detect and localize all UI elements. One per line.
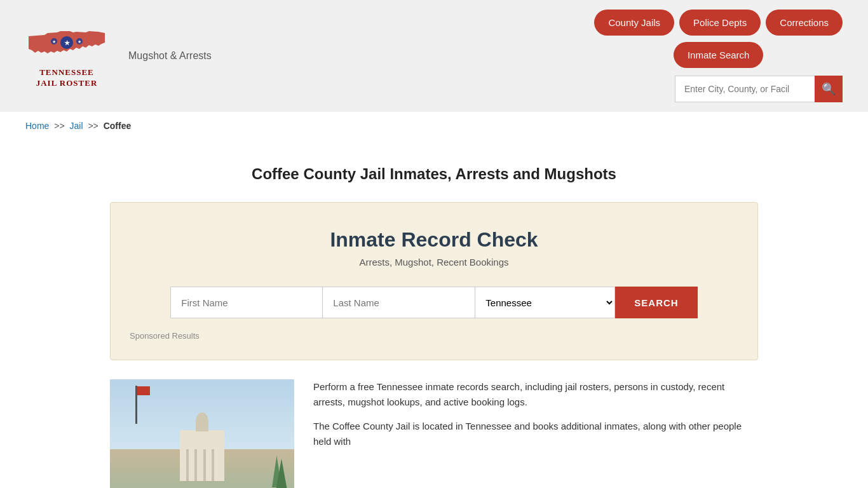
header-search-area: 🔍	[675, 76, 843, 102]
police-depts-button[interactable]: Police Depts	[679, 10, 761, 36]
county-building-image	[110, 379, 294, 488]
nav-area: County Jails Police Depts Corrections In…	[594, 10, 843, 68]
tn-state-icon: ★ ★ ★	[25, 24, 108, 65]
nav-row-2: Inmate Search	[674, 42, 764, 68]
logo-line2: JAIL ROSTER	[36, 78, 98, 89]
breadcrumb-sep-1: >>	[54, 121, 64, 131]
record-check-title: Inmate Record Check	[130, 228, 738, 252]
breadcrumb-jail[interactable]: Jail	[70, 121, 83, 131]
site-logo[interactable]: ★ ★ ★ TENNESSEE JAIL ROSTER	[25, 24, 108, 89]
mugshot-subtitle: Mugshot & Arrests	[128, 50, 212, 62]
svg-text:★: ★	[64, 39, 71, 46]
svg-text:★: ★	[52, 39, 56, 44]
header-search-input[interactable]	[675, 76, 815, 102]
page-title: Coffee County Jail Inmates, Arrests and …	[110, 165, 758, 183]
record-check-box: Inmate Record Check Arrests, Mugshot, Re…	[110, 202, 758, 360]
last-name-input[interactable]	[323, 287, 475, 318]
inmate-search-submit[interactable]: SEARCH	[615, 287, 697, 318]
inmate-search-form: Tennessee Alabama Georgia Kentucky SEARC…	[130, 287, 738, 318]
county-jails-button[interactable]: County Jails	[594, 10, 674, 36]
breadcrumb-bar: Home >> Jail >> Coffee	[0, 112, 868, 140]
svg-text:★: ★	[78, 39, 81, 44]
breadcrumb-home[interactable]: Home	[25, 121, 49, 131]
breadcrumb-current: Coffee	[104, 121, 132, 131]
breadcrumb-sep-2: >>	[88, 121, 98, 131]
logo-area: ★ ★ ★ TENNESSEE JAIL ROSTER Mugshot & Ar…	[25, 24, 212, 89]
header: ★ ★ ★ TENNESSEE JAIL ROSTER Mugshot & Ar…	[0, 0, 868, 112]
bottom-paragraph-1: Perform a free Tennessee inmate records …	[313, 379, 758, 410]
logo-line1: TENNESSEE	[36, 67, 98, 78]
state-select[interactable]: Tennessee Alabama Georgia Kentucky	[475, 287, 615, 318]
sponsored-label: Sponsored Results	[130, 331, 738, 341]
record-check-subtitle: Arrests, Mugshot, Recent Bookings	[130, 257, 738, 268]
bottom-section: Perform a free Tennessee inmate records …	[110, 379, 758, 488]
logo-text: TENNESSEE JAIL ROSTER	[36, 67, 98, 89]
header-search-button[interactable]: 🔍	[815, 76, 843, 102]
nav-row-1: County Jails Police Depts Corrections	[594, 10, 843, 36]
inmate-search-button[interactable]: Inmate Search	[674, 42, 764, 68]
corrections-button[interactable]: Corrections	[766, 10, 843, 36]
bottom-description: Perform a free Tennessee inmate records …	[313, 379, 758, 488]
first-name-input[interactable]	[170, 287, 323, 318]
main-content: Coffee County Jail Inmates, Arrests and …	[85, 140, 783, 488]
bottom-paragraph-2: The Coffee County Jail is located in Ten…	[313, 419, 758, 449]
search-icon: 🔍	[822, 82, 836, 96]
flag-icon	[137, 386, 150, 395]
